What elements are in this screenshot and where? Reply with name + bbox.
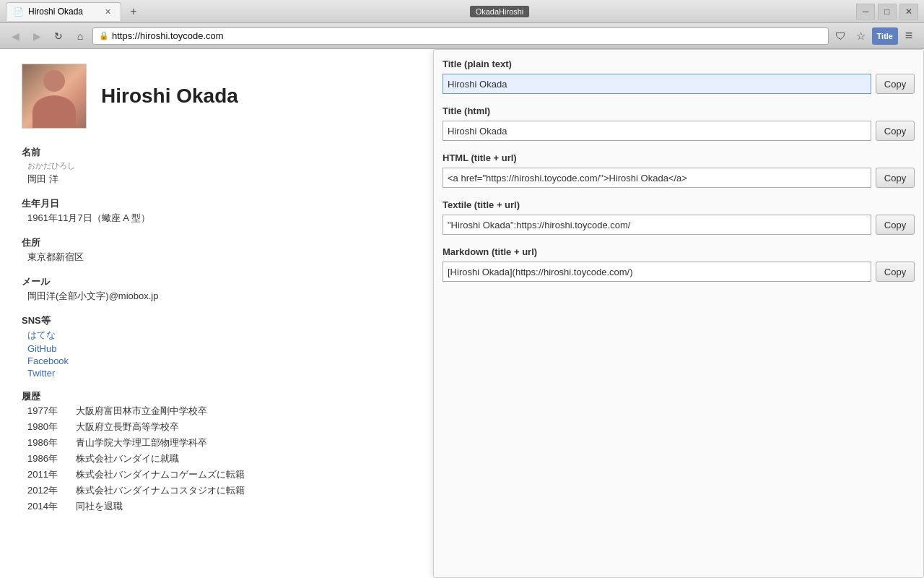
copy-panel: Title (plain text)CopyTitle (html)CopyHT… (433, 49, 924, 578)
minimize-button[interactable]: ─ (856, 4, 875, 20)
birth-label: 生年月日 (22, 197, 419, 210)
tab-title: Hiroshi Okada (28, 7, 83, 17)
email-section: メール 岡田洋(全部小文字)@miobox.jp (22, 275, 419, 303)
url-text: https://hiroshi.toycode.com (112, 30, 822, 41)
copy-section-label-title_plain: Title (plain text) (443, 59, 915, 69)
history-year: 2011年 (27, 468, 67, 481)
close-button[interactable]: ✕ (899, 4, 918, 20)
window-controls: ─ □ ✕ (856, 4, 918, 20)
new-tab-button[interactable]: + (124, 2, 143, 21)
copy-row-title_plain: Copy (443, 74, 915, 94)
profile-header: Hiroshi Okada (22, 64, 419, 129)
email-label: メール (22, 275, 419, 288)
copy-input-markdown_title_url[interactable] (443, 262, 871, 282)
name-ruby: おかだひろし (27, 160, 419, 171)
copy-section-label-html_title_url: HTML (title + url) (443, 152, 915, 163)
history-year: 1980年 (27, 420, 67, 434)
sns-link-facebook[interactable]: Facebook (27, 355, 419, 366)
copy-section-title_plain: Title (plain text)Copy (443, 59, 915, 94)
copy-button-textile_title_url[interactable]: Copy (876, 215, 915, 235)
page-content: Hiroshi Okada 名前 おかだひろし 岡田 洋 生年月日 1961年1… (0, 49, 924, 578)
history-desc: 株式会社バンダイナムコゲームズに転籍 (76, 468, 245, 481)
copy-input-html_title_url[interactable] (443, 168, 871, 188)
browser-window: 📄 Hiroshi Okada ✕ + OkadaHiroshi ─ □ ✕ ◀… (0, 0, 924, 578)
copy-section-textile_title_url: Textile (title + url)Copy (443, 199, 915, 235)
maximize-button[interactable]: □ (878, 4, 897, 20)
copy-button-html_title_url[interactable]: Copy (876, 168, 915, 188)
copy-row-html_title_url: Copy (443, 168, 915, 188)
nav-bar: ◀ ▶ ↻ ⌂ 🔒 https://hiroshi.toycode.com 🛡 … (0, 23, 924, 49)
name-label: 名前 (22, 146, 419, 159)
history-desc: 株式会社バンダイに就職 (76, 452, 179, 465)
copy-input-title_plain[interactable] (443, 74, 871, 94)
history-desc: 株式会社バンダイナムコスタジオに転籍 (76, 484, 245, 497)
copy-section-html_title_url: HTML (title + url)Copy (443, 152, 915, 188)
nav-right-controls: 🛡 ☆ Title ≡ (832, 27, 918, 46)
copy-input-title_html[interactable] (443, 121, 871, 141)
refresh-button[interactable]: ↻ (49, 27, 68, 46)
history-year: 2012年 (27, 484, 67, 497)
sns-label: SNS等 (22, 314, 419, 327)
back-button[interactable]: ◀ (6, 27, 25, 46)
history-row: 2014年同社を退職 (27, 500, 419, 513)
copy-row-title_html: Copy (443, 121, 915, 141)
home-button[interactable]: ⌂ (71, 27, 90, 46)
birth-section: 生年月日 1961年11月7日（蠍座 A 型） (22, 197, 419, 225)
name-kanji: 岡田 洋 (27, 173, 419, 186)
sns-link-twitter[interactable]: Twitter (27, 368, 419, 379)
copy-section-label-textile_title_url: Textile (title + url) (443, 199, 915, 210)
history-desc: 同社を退職 (76, 500, 123, 513)
sns-link-はてな[interactable]: はてな (27, 329, 419, 342)
history-section: 履歴 1977年大阪府富田林市立金剛中学校卒1980年大阪府立長野高等学校卒19… (22, 390, 419, 513)
title-bar: 📄 Hiroshi Okada ✕ + OkadaHiroshi ─ □ ✕ (0, 0, 924, 23)
history-desc: 大阪府富田林市立金剛中学校卒 (76, 405, 207, 418)
copy-row-markdown_title_url: Copy (443, 262, 915, 282)
copy-button-title_html[interactable]: Copy (876, 121, 915, 141)
copy-section-label-title_html: Title (html) (443, 105, 915, 116)
email-value: 岡田洋(全部小文字)@miobox.jp (27, 290, 419, 303)
history-row: 1980年大阪府立長野高等学校卒 (27, 420, 419, 434)
tab-favicon-icon: 📄 (14, 7, 24, 17)
history-year: 1986年 (27, 452, 67, 465)
lock-icon: 🔒 (99, 31, 109, 40)
history-year: 1986年 (27, 436, 67, 449)
copy-section-markdown_title_url: Markdown (title + url)Copy (443, 246, 915, 282)
history-year: 1977年 (27, 405, 67, 418)
forward-button[interactable]: ▶ (27, 27, 46, 46)
history-row: 1986年株式会社バンダイに就職 (27, 452, 419, 465)
sns-section: SNS等 はてなGitHubFacebookTwitter (22, 314, 419, 379)
history-year: 2014年 (27, 500, 67, 513)
history-row: 1986年青山学院大学理工部物理学科卒 (27, 436, 419, 449)
history-desc: 青山学院大学理工部物理学科卒 (76, 436, 207, 449)
profile-section: Hiroshi Okada 名前 おかだひろし 岡田 洋 生年月日 1961年1… (0, 49, 433, 578)
birth-value: 1961年11月7日（蠍座 A 型） (27, 212, 419, 225)
user-badge: OkadaHiroshi (470, 6, 530, 17)
history-row: 2012年株式会社バンダイナムコスタジオに転籍 (27, 484, 419, 497)
history-table: 1977年大阪府富田林市立金剛中学校卒1980年大阪府立長野高等学校卒1986年… (27, 405, 419, 513)
history-desc: 大阪府立長野高等学校卒 (76, 420, 179, 434)
sns-link-github[interactable]: GitHub (27, 343, 419, 354)
shield-icon[interactable]: 🛡 (832, 27, 850, 46)
copy-section-title_html: Title (html)Copy (443, 105, 915, 141)
address-section: 住所 東京都新宿区 (22, 236, 419, 264)
profile-name: Hiroshi Okada (101, 85, 238, 108)
bookmark-icon[interactable]: ☆ (852, 27, 871, 46)
browser-tab[interactable]: 📄 Hiroshi Okada ✕ (6, 2, 121, 21)
history-row: 2011年株式会社バンダイナムコゲームズに転籍 (27, 468, 419, 481)
history-row: 1977年大阪府富田林市立金剛中学校卒 (27, 405, 419, 418)
url-bar[interactable]: 🔒 https://hiroshi.toycode.com (92, 27, 829, 45)
avatar (22, 64, 87, 129)
address-value: 東京都新宿区 (27, 251, 419, 264)
history-label: 履歴 (22, 390, 419, 403)
sns-links: はてなGitHubFacebookTwitter (22, 329, 419, 379)
tab-close-button[interactable]: ✕ (102, 6, 113, 17)
title-extension-button[interactable]: Title (872, 27, 898, 45)
copy-button-markdown_title_url[interactable]: Copy (876, 262, 915, 282)
copy-row-textile_title_url: Copy (443, 215, 915, 235)
address-label: 住所 (22, 236, 419, 249)
menu-button[interactable]: ≡ (899, 27, 918, 46)
name-section: 名前 おかだひろし 岡田 洋 (22, 146, 419, 186)
copy-button-title_plain[interactable]: Copy (876, 74, 915, 94)
copy-section-label-markdown_title_url: Markdown (title + url) (443, 246, 915, 257)
copy-input-textile_title_url[interactable] (443, 215, 871, 235)
